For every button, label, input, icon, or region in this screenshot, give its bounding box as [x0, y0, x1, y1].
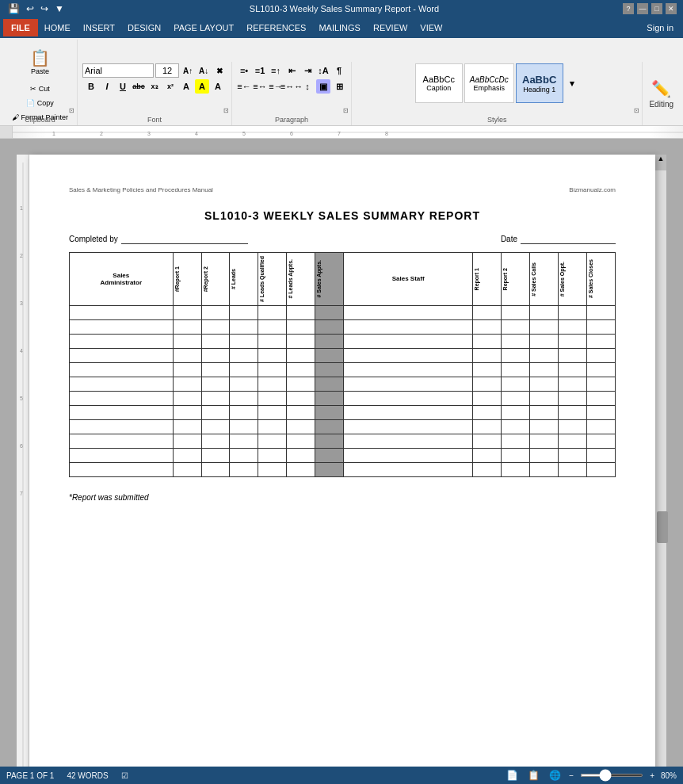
table-cell [530, 348, 559, 362]
shading-btn[interactable]: ▣ [316, 79, 330, 94]
table-cell [173, 434, 201, 448]
insert-menu[interactable]: INSERT [77, 19, 121, 36]
table-cell [258, 334, 287, 348]
para-row2: ≡← ≡↔ ≡→ ≡↔↔ ↕ ▣ ⊞ [237, 79, 346, 94]
paragraph-expand-btn[interactable]: ⊡ [342, 106, 349, 114]
vertical-scrollbar[interactable]: ▲ ▼ [655, 155, 666, 784]
table-cell [586, 305, 615, 319]
window-title: SL1010-3 Weekly Sales Summary Report - W… [66, 4, 623, 13]
save-quick-btn[interactable]: 💾 [6, 3, 21, 14]
help-btn[interactable]: ? [623, 3, 634, 14]
center-btn[interactable]: ≡↔ [253, 79, 267, 94]
highlight-btn[interactable]: A [195, 79, 209, 94]
redo-quick-btn[interactable]: ↪ [39, 3, 50, 14]
table-cell [287, 305, 315, 319]
minimize-btn[interactable]: — [637, 3, 648, 14]
sales-calls-header: # Sales Calls [530, 253, 559, 306]
clipboard-label: Clipboard [3, 116, 77, 124]
show-marks-btn[interactable]: ¶ [332, 63, 346, 78]
page-layout-menu[interactable]: PAGE LAYOUT [167, 19, 240, 36]
emphasis-style-btn[interactable]: AaBbCcDc Emphasis [464, 63, 514, 103]
track-changes-icon: ☑ [121, 771, 128, 780]
italic-btn[interactable]: I [100, 79, 114, 94]
file-menu[interactable]: FILE [3, 19, 38, 36]
mailings-menu[interactable]: MAILINGS [312, 19, 367, 36]
design-menu[interactable]: DESIGN [121, 19, 167, 36]
table-row [70, 362, 616, 377]
table-cell [258, 348, 287, 362]
table-cell [473, 405, 502, 419]
table-cell [70, 362, 174, 377]
print-layout-btn[interactable]: 📄 [505, 768, 520, 782]
font-row1: A↑ A↓ ✖ [82, 63, 227, 78]
close-btn[interactable]: ✕ [666, 3, 677, 14]
strikethrough-btn[interactable]: abc [132, 79, 146, 94]
table-cell [70, 319, 174, 334]
table-cell [230, 362, 258, 377]
table-cell [258, 434, 287, 448]
bullets-btn[interactable]: ≡• [237, 63, 251, 78]
view-menu[interactable]: VIEW [414, 19, 448, 36]
font-size-input[interactable] [155, 63, 179, 78]
table-cell [287, 377, 315, 391]
font-name-input[interactable] [82, 63, 154, 78]
maximize-btn[interactable]: □ [651, 3, 662, 14]
table-cell [287, 462, 315, 476]
web-layout-btn[interactable]: 🌐 [548, 768, 563, 782]
staff-report1-header: Report 1 [473, 253, 502, 306]
sign-in-btn[interactable]: Sign in [640, 23, 680, 33]
table-cell [173, 334, 201, 348]
home-menu[interactable]: HOME [38, 19, 77, 36]
references-menu[interactable]: REFERENCES [240, 19, 312, 36]
superscript-btn[interactable]: x² [163, 79, 177, 94]
font-expand-btn[interactable]: ⊡ [222, 106, 230, 114]
clear-format-btn[interactable]: ✖ [212, 63, 227, 78]
zoom-slider[interactable] [580, 774, 643, 777]
table-cell [315, 405, 344, 419]
increase-indent-btn[interactable]: ⇥ [300, 63, 315, 78]
table-row [70, 405, 616, 419]
justify-btn[interactable]: ≡↔↔ [284, 79, 299, 94]
paste-btn[interactable]: 📋 Paste [26, 44, 54, 79]
font-effects-btn[interactable]: A [211, 79, 225, 94]
left-ruler: 1 2 3 4 5 6 7 [17, 155, 29, 784]
clipboard-expand-btn[interactable]: ⊡ [67, 106, 75, 114]
borders-btn[interactable]: ⊞ [332, 79, 346, 94]
multilevel-btn[interactable]: ≡↑ [269, 63, 283, 78]
bold-btn[interactable]: B [84, 79, 98, 94]
review-menu[interactable]: REVIEW [367, 19, 414, 36]
undo-quick-btn[interactable]: ↩ [25, 3, 36, 14]
caption-style-btn[interactable]: AaBbCc Caption [415, 63, 463, 103]
increase-font-btn[interactable]: A↑ [181, 63, 195, 78]
decrease-font-btn[interactable]: A↓ [197, 63, 211, 78]
numbering-btn[interactable]: ≡1 [253, 63, 267, 78]
table-cell [502, 462, 530, 476]
styles-gallery-scroll-btn[interactable]: ▾ [565, 63, 579, 103]
read-mode-btn[interactable]: 📋 [526, 768, 541, 782]
copy-btn[interactable]: 📄 Copy [8, 97, 72, 109]
cut-btn[interactable]: ✂ Cut [8, 82, 72, 95]
table-cell [230, 319, 258, 334]
table-cell [344, 391, 473, 405]
table-cell [502, 448, 530, 462]
subscript-btn[interactable]: x₂ [147, 79, 162, 94]
line-spacing-btn[interactable]: ↕ [300, 79, 315, 94]
table-cell [287, 319, 315, 334]
table-cell [287, 419, 315, 434]
sort-btn[interactable]: ↕A [316, 63, 330, 78]
decrease-indent-btn[interactable]: ⇤ [284, 63, 299, 78]
zoom-out-icon: − [569, 771, 574, 780]
ruler-corner [0, 126, 13, 138]
heading1-style-btn[interactable]: AaBbC Heading 1 [516, 63, 563, 103]
table-cell [70, 448, 174, 462]
more-quick-btn[interactable]: ▼ [53, 3, 66, 14]
table-cell [530, 419, 559, 434]
styles-expand-btn[interactable]: ⊡ [632, 106, 640, 114]
table-row [70, 462, 616, 476]
font-color-btn[interactable]: A [179, 79, 193, 94]
svg-text:3: 3 [147, 131, 151, 136]
align-left-btn[interactable]: ≡← [237, 79, 251, 94]
table-cell [473, 419, 502, 434]
table-cell [70, 419, 174, 434]
underline-btn[interactable]: U [116, 79, 130, 94]
